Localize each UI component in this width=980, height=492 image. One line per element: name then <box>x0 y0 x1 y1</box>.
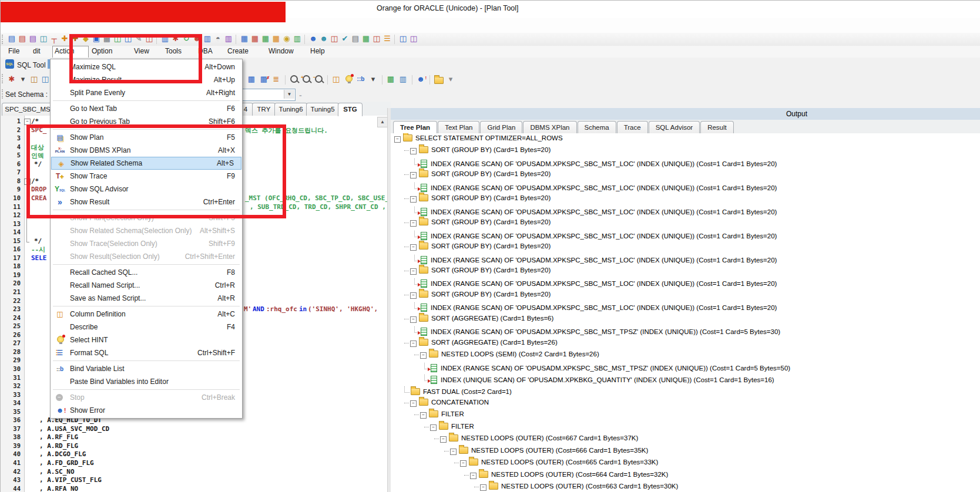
plan-tree-row[interactable]: −SORT (AGGREGATE) (Card=1 Bytes=6) <box>404 315 553 326</box>
hint-bulb-icon[interactable] <box>343 74 354 85</box>
tree-collapse-icon[interactable]: − <box>420 352 427 359</box>
flag-grid-icon[interactable]: ◫ <box>371 33 382 44</box>
plan-monitor-icon[interactable]: ◫ <box>38 33 49 44</box>
plan-tree-row[interactable]: INDEX (RANGE SCAN) OF 'OPUSADM.XPKSPC_SB… <box>414 302 777 314</box>
monitor-grid-icon[interactable]: ◫ <box>329 33 340 44</box>
zoom-icon[interactable] <box>288 74 299 85</box>
menu-item-bind-variable-list[interactable]: ::bBind Variable List <box>51 362 242 375</box>
plan-tree-row[interactable]: INDEX (UNIQUE SCAN) OF 'OPUSADM.XPKBKG_Q… <box>424 375 774 386</box>
tree-collapse-icon[interactable]: − <box>470 473 476 479</box>
menu-item-recall-cached-sql[interactable]: Recall Cached SQL...F8 <box>51 266 242 279</box>
grid-green-icon[interactable]: ▦ <box>385 74 396 85</box>
tree-collapse-icon[interactable]: − <box>394 136 401 143</box>
plan-tree-row[interactable]: INDEX (RANGE SCAN) OF 'OPUSADM.XPKSPC_SB… <box>414 183 777 194</box>
grid-blue-icon[interactable]: ▦ <box>246 74 257 85</box>
menu-item-show-related-schema-selection-only[interactable]: Show Related Schema(Selection Only)Alt+S… <box>51 224 242 237</box>
users-icon[interactable]: ☻ <box>308 33 318 44</box>
editor-tab-try[interactable]: TRY <box>252 103 276 116</box>
plan-tree-row[interactable]: −NESTED LOOPS (OUTER) (Cost=666 Card=1 B… <box>444 447 648 459</box>
tree-collapse-icon[interactable]: − <box>410 244 417 251</box>
tree-collapse-icon[interactable]: − <box>410 172 417 178</box>
chevron-down-icon[interactable]: ▼ <box>284 90 294 99</box>
sql-file-icon[interactable]: ▤ <box>17 33 28 44</box>
output-tab-sql-advisor[interactable]: SQL Advisor <box>649 121 700 133</box>
disconnect-icon[interactable]: ┬ <box>49 33 59 44</box>
log-window-icon[interactable]: ▤ <box>350 33 361 44</box>
menu-item-recall-named-script[interactable]: Recall Named Script...Ctrl+R <box>51 279 242 292</box>
tree-collapse-icon[interactable]: − <box>480 484 486 491</box>
menu-item-format-sql[interactable]: ☰Format SQLCtrl+Shift+F <box>51 346 242 359</box>
tree-collapse-icon[interactable]: − <box>410 400 417 407</box>
menu-item-help[interactable]: Help <box>310 47 325 55</box>
bind-variable-icon[interactable]: ::b <box>355 74 366 85</box>
window-find-icon[interactable]: ◫ <box>408 33 419 44</box>
plan-tree-row[interactable]: INDEX (RANGE SCAN) OF 'OPUSADM.XPKSPC_SB… <box>414 231 777 242</box>
sql-tool-icon[interactable]: SQL <box>5 59 14 69</box>
editor-tab-spc_sbc_ms[interactable]: SPC_SBC_MS <box>2 103 53 116</box>
plan-tree-row[interactable]: INDEX (RANGE SCAN) OF 'OPUSADM.XPKSPC_SB… <box>414 159 777 170</box>
column-definition-icon[interactable]: ◫ <box>331 74 341 85</box>
menu-item-paste-bind-variables-into-editor[interactable]: Paste Bind Variables into Editor <box>51 375 242 388</box>
plan-tree-row[interactable]: −SORT (GROUP BY) (Card=1 Bytes=20) <box>404 267 551 278</box>
sql-document-icon[interactable]: ▤ <box>6 33 17 44</box>
tree-collapse-icon[interactable]: − <box>410 316 417 323</box>
menu-item-go-to-next-tab[interactable]: Go to Next TabF6 <box>51 102 242 115</box>
plan-tree-row[interactable]: INDEX (RANGE SCAN) OF 'OPUSADM.XPKSPC_SB… <box>414 255 777 267</box>
plan-tree-row[interactable]: −SORT (GROUP BY) (Card=1 Bytes=20) <box>404 291 551 302</box>
db-clock-icon[interactable]: ◓ <box>213 33 223 44</box>
rsh-db-icon[interactable]: ▥ <box>223 33 234 44</box>
menu-item-show-error[interactable]: ☻!Show Error <box>51 404 242 417</box>
grid-green-icon[interactable]: ▦ <box>361 33 371 44</box>
output-tab-tree-plan[interactable]: Tree Plan <box>393 121 437 133</box>
output-tab-grid-plan[interactable]: Grid Plan <box>480 121 522 133</box>
editor-tab-stg[interactable]: STG <box>338 103 363 116</box>
toolbar-overflow-icon[interactable]: ₌ <box>299 92 302 98</box>
plan-tree-row[interactable]: INDEX (RANGE SCAN) OF 'OPUSADM.XPKSPC_SB… <box>414 326 780 338</box>
list-orange-icon[interactable]: ☰ <box>382 33 392 44</box>
plan-tree-row[interactable]: −SORT (GROUP BY) (Card=1 Bytes=20) <box>404 194 551 206</box>
menu-item-show-result-selection-only[interactable]: Show Result(Selection Only)Ctrl+Shift+En… <box>51 250 242 263</box>
menu-item-edit[interactable]: dit <box>33 47 41 55</box>
menu-item-save-as-named-script[interactable]: Save as Named Script...Alt+R <box>51 292 242 305</box>
tree-collapse-icon[interactable]: − <box>410 148 417 154</box>
menu-item-file[interactable]: File <box>8 47 19 55</box>
tree-collapse-icon[interactable]: − <box>410 196 417 203</box>
grid-window-icon[interactable]: ▥ <box>398 74 408 85</box>
db-stack-icon[interactable]: ▥ <box>202 33 213 44</box>
plan-tree-row[interactable]: −NESTED LOOPS (OUTER) (Cost=664 Card=1 B… <box>464 471 668 483</box>
plan-tree-row[interactable]: −SORT (GROUP BY) (Card=1 Bytes=20) <box>404 218 551 230</box>
db-coins-icon[interactable]: ◉ <box>281 33 292 44</box>
dropdown-arrow-icon[interactable]: ▾ <box>368 74 378 85</box>
export-grid-red-icon[interactable]: ▦ <box>250 33 260 44</box>
import-grid-orange-icon[interactable]: ▦ <box>271 33 281 44</box>
editor-tab-tuning5[interactable]: Tuning5 <box>306 103 339 116</box>
plan-tree-row[interactable]: −SORT (GROUP BY) (Card=1 Bytes=20) <box>404 242 551 254</box>
output-tab-schema[interactable]: Schema <box>578 121 616 133</box>
plan-tree-row[interactable]: −SORT (GROUP BY) (Card=1 Bytes=20) <box>404 146 551 158</box>
folder-icon[interactable] <box>433 74 444 85</box>
format-lines-icon[interactable]: ≣ <box>271 74 281 85</box>
plan-tree-row[interactable]: −NESTED LOOPS (OUTER) (Cost=665 Card=1 B… <box>454 459 658 470</box>
output-tab-text-plan[interactable]: Text Plan <box>438 121 479 133</box>
toolbar-overflow-icon[interactable]: ▾ <box>445 74 456 85</box>
sql-tool-label[interactable]: SQL Tool <box>17 61 46 69</box>
output-tab-result[interactable]: Result <box>700 121 734 133</box>
tree-collapse-icon[interactable]: − <box>450 449 457 455</box>
menu-item-create[interactable]: Create <box>227 47 249 55</box>
db-bolt-icon[interactable]: ▥ <box>292 33 303 44</box>
plan-tree-row[interactable]: INDEX (RANGE SCAN) OF 'OPUSADM.XPKSPC_SB… <box>414 278 777 290</box>
menu-item-window[interactable]: Window <box>269 47 294 55</box>
tree-collapse-icon[interactable]: − <box>440 436 447 443</box>
user-add-icon[interactable]: ☻ <box>318 33 329 44</box>
plan-tree-row[interactable]: −CONCATENATION <box>404 399 489 410</box>
plan-document-icon[interactable]: ▤ <box>28 33 38 44</box>
menu-item-describe[interactable]: DescribeF4 <box>51 321 242 333</box>
zoom-in-icon[interactable]: + <box>301 74 311 85</box>
show-error-icon[interactable]: ☻! <box>415 74 426 85</box>
plan-tree-row[interactable]: −SORT (AGGREGATE) (Card=1 Bytes=26) <box>404 339 558 351</box>
plan-tree-row[interactable]: −NESTED LOOPS (OUTER) (Cost=667 Card=1 B… <box>434 434 638 446</box>
tree-collapse-icon[interactable]: − <box>430 424 437 431</box>
plan-tree-row[interactable]: INDEX (RANGE SCAN) OF 'OPUSADM.XPKSPC_SB… <box>424 363 790 375</box>
plan-tree-row[interactable]: −NESTED LOOPS (SEMI) (Cost=2 Card=1 Byte… <box>414 351 599 362</box>
menu-item-stop[interactable]: −StopCtrl+Break <box>51 391 242 404</box>
